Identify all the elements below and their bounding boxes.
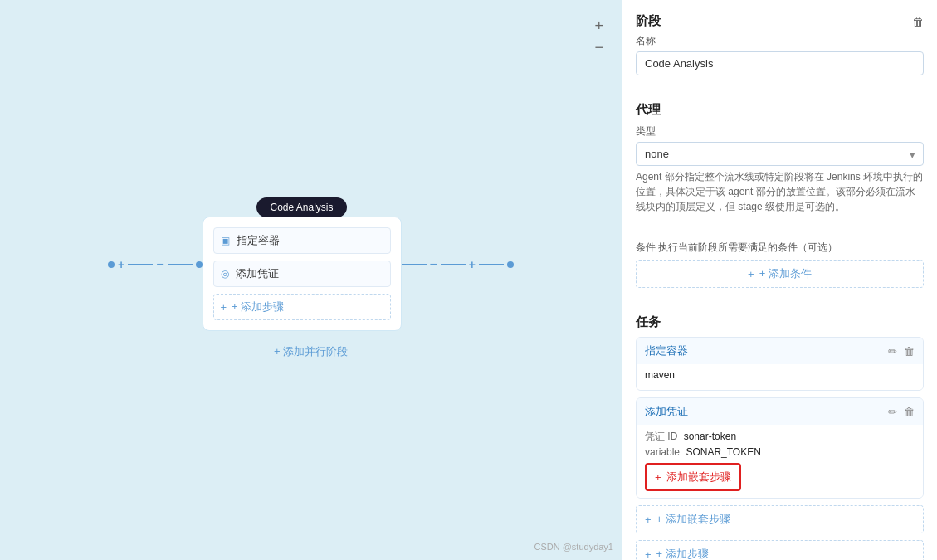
zoom-in-button[interactable]: + xyxy=(593,17,605,35)
nested-add-plus-icon: + xyxy=(655,471,661,484)
agent-section: 代理 类型 none any docker label ▾ Agent 部分指定… xyxy=(636,102,924,214)
task-field-variable: variable SONAR_TOKEN xyxy=(645,446,915,458)
right-minus-button[interactable]: − xyxy=(430,257,437,272)
task-delete-specify-container-button[interactable]: 🗑 xyxy=(904,345,915,358)
task-field-maven-val: maven xyxy=(645,369,675,381)
agent-section-title: 代理 xyxy=(636,102,924,118)
task-field-credential-id: 凭证 ID sonar-token xyxy=(645,430,915,444)
right-add-button[interactable]: + xyxy=(469,258,476,271)
add-step-button[interactable]: + + 添加步骤 xyxy=(636,540,924,560)
task-specify-container-name[interactable]: 指定容器 xyxy=(645,343,688,358)
connector-dot-left2 xyxy=(196,261,203,268)
agent-type-select[interactable]: none any docker label xyxy=(636,142,924,166)
agent-type-label: 类型 xyxy=(636,124,924,139)
right-panel: 阶段 🗑 名称 代理 类型 none any docker label ▾ Ag… xyxy=(622,0,937,560)
connector-dot-right xyxy=(507,261,514,268)
stage-section: 阶段 🗑 名称 xyxy=(636,13,924,75)
task-edit-specify-container-button[interactable]: ✏ xyxy=(888,345,897,358)
left-connector: + − xyxy=(108,257,203,272)
stage-name-input[interactable] xyxy=(636,51,924,75)
watermark: CSDN @studyday1 xyxy=(534,542,613,552)
stage-card: ▣ 指定容器 ◎ 添加凭证 + + 添加步骤 xyxy=(203,217,402,331)
connector-line-right2 xyxy=(441,264,466,265)
zoom-out-button[interactable]: − xyxy=(593,38,605,56)
connector-dot-left xyxy=(108,261,115,268)
left-minus-button[interactable]: − xyxy=(156,257,163,272)
task-section-title: 任务 xyxy=(636,314,924,330)
task-edit-add-credential-button[interactable]: ✏ xyxy=(888,406,897,418)
task-field-maven: maven xyxy=(645,369,915,381)
add-step-plus-icon: + xyxy=(221,301,227,314)
add-step-inline-button[interactable]: + + 添加步骤 xyxy=(213,294,391,320)
task-body-add-credential: 凭证 ID sonar-token variable SONAR_TOKEN +… xyxy=(637,425,923,498)
add-nested-step-highlighted-button[interactable]: + 添加嵌套步骤 xyxy=(645,463,741,491)
stage-item-add-credential[interactable]: ◎ 添加凭证 xyxy=(213,261,391,287)
add-step-plus-icon: + xyxy=(645,548,652,561)
stage-name-label: 名称 xyxy=(636,34,924,48)
task-field-variable-key: variable xyxy=(645,446,680,458)
task-actions-add-credential: ✏ 🗑 xyxy=(888,406,915,418)
add-condition-plus-icon: + xyxy=(748,268,754,280)
add-step-inline-label: + 添加步骤 xyxy=(232,299,284,314)
stage-label[interactable]: Code Analysis xyxy=(256,197,346,217)
stage-item-specify-container[interactable]: ▣ 指定容器 xyxy=(213,227,391,254)
task-actions-specify-container: ✏ 🗑 xyxy=(888,345,915,358)
left-add-button[interactable]: + xyxy=(118,258,124,271)
credential-icon: ◎ xyxy=(221,268,229,280)
task-item-add-credential: 添加凭证 ✏ 🗑 凭证 ID sonar-token variable SONA… xyxy=(636,397,924,499)
task-field-credential-id-key: 凭证 ID xyxy=(645,431,677,442)
add-parallel-button[interactable]: + 添加并行阶段 xyxy=(267,341,354,363)
container-icon: ▣ xyxy=(221,235,230,246)
pipeline-container: + − Code Analysis ▣ 指定容器 ◎ 添加凭证 xyxy=(108,197,514,363)
condition-section: 条件 执行当前阶段所需要满足的条件（可选） + + 添加条件 xyxy=(636,241,924,288)
add-step-label: + 添加步骤 xyxy=(656,547,709,560)
stage-section-header: 阶段 🗑 xyxy=(636,13,924,29)
condition-label: 条件 执行当前阶段所需要满足的条件（可选） xyxy=(636,241,924,255)
connector-line-right xyxy=(402,264,427,265)
stage-wrapper: Code Analysis ▣ 指定容器 ◎ 添加凭证 + + 添加步骤 xyxy=(203,197,402,331)
agent-type-select-wrapper: none any docker label ▾ xyxy=(636,142,924,166)
add-nested-step-plain-button[interactable]: + + 添加嵌套步骤 xyxy=(636,505,924,533)
canvas-controls: + − xyxy=(593,17,605,56)
nested-add-plain-plus-icon: + xyxy=(645,514,652,526)
task-item-specify-container: 指定容器 ✏ 🗑 maven xyxy=(636,337,924,391)
canvas-area: + − + − Code Analysis ▣ 指定容器 xyxy=(0,0,622,560)
agent-description: Agent 部分指定整个流水线或特定阶段将在 Jenkins 环境中执行的位置，… xyxy=(636,169,924,214)
nested-add-plain-label: + 添加嵌套步骤 xyxy=(656,512,730,527)
connector-line-left xyxy=(128,264,153,265)
task-delete-add-credential-button[interactable]: 🗑 xyxy=(904,406,915,418)
task-item-header-add-credential: 添加凭证 ✏ 🗑 xyxy=(637,398,923,425)
add-parallel-label: + 添加并行阶段 xyxy=(274,344,348,359)
task-body-specify-container: maven xyxy=(637,364,923,390)
connector-line-right3 xyxy=(479,264,504,265)
nested-add-label: 添加嵌套步骤 xyxy=(666,470,731,485)
stage-item-add-credential-label: 添加凭证 xyxy=(236,266,279,281)
add-condition-button[interactable]: + + 添加条件 xyxy=(636,260,924,288)
stage-section-title: 阶段 xyxy=(636,13,661,29)
pipeline-row: + − Code Analysis ▣ 指定容器 ◎ 添加凭证 xyxy=(108,197,514,331)
add-condition-label: + 添加条件 xyxy=(759,266,812,281)
right-connector: − + xyxy=(402,257,515,272)
task-item-header-specify-container: 指定容器 ✏ 🗑 xyxy=(637,338,923,364)
connector-line-left2 xyxy=(168,264,193,265)
task-field-credential-id-val: sonar-token xyxy=(684,431,736,442)
stage-delete-button[interactable]: 🗑 xyxy=(912,15,924,28)
task-add-credential-name[interactable]: 添加凭证 xyxy=(645,404,688,419)
task-section: 任务 指定容器 ✏ 🗑 maven 添加凭证 ✏ � xyxy=(636,314,924,560)
stage-item-specify-container-label: 指定容器 xyxy=(237,233,280,248)
task-field-variable-val: SONAR_TOKEN xyxy=(686,446,760,458)
